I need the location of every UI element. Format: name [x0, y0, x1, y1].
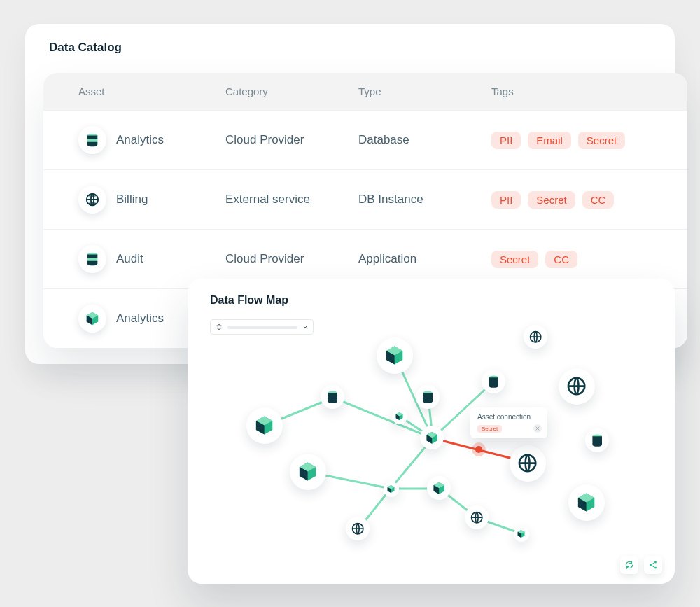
- flow-canvas[interactable]: Asset connection Secret: [188, 279, 675, 584]
- table-header-row: Asset Category Type Tags: [43, 73, 687, 110]
- flow-node[interactable]: [321, 385, 344, 409]
- cube-icon: [425, 431, 439, 445]
- data-flow-map-card: Data Flow Map: [188, 279, 675, 584]
- asset-category: External service: [225, 193, 358, 207]
- tag-chip[interactable]: Secret: [578, 132, 625, 149]
- asset-tags: PII Email Secret: [491, 132, 687, 149]
- database-icon: [421, 390, 435, 404]
- svg-point-23: [472, 442, 486, 456]
- asset-tags: Secret CC: [491, 251, 687, 268]
- column-header-asset[interactable]: Asset: [78, 85, 225, 97]
- flow-node[interactable]: [585, 428, 609, 452]
- globe-icon: [528, 330, 542, 344]
- tag-chip[interactable]: CC: [582, 191, 615, 209]
- database-icon: [486, 375, 500, 389]
- flow-node[interactable]: [416, 385, 440, 409]
- cube-icon: [395, 412, 404, 421]
- asset-name: Analytics: [116, 133, 164, 147]
- globe-icon: [351, 522, 365, 536]
- asset-category: Cloud Provider: [225, 133, 358, 147]
- globe-icon: [517, 452, 538, 474]
- database-icon: [590, 433, 604, 447]
- cube-icon: [575, 491, 597, 513]
- asset-name: Audit: [116, 252, 144, 266]
- asset-icon-badge: [78, 305, 106, 333]
- table-row[interactable]: Billing External service DB Instance PII…: [43, 169, 687, 229]
- share-button[interactable]: [644, 556, 662, 574]
- cube-icon: [386, 484, 396, 494]
- tag-chip[interactable]: Secret: [528, 191, 575, 209]
- globe-icon: [566, 375, 587, 397]
- catalog-title: Data Catalog: [25, 24, 675, 70]
- asset-type: Application: [358, 252, 491, 266]
- flow-node[interactable]: [514, 526, 529, 542]
- flow-node[interactable]: [246, 407, 283, 444]
- asset-icon-badge: [78, 126, 106, 154]
- tag-chip[interactable]: CC: [545, 251, 578, 268]
- tag-chip[interactable]: PII: [491, 191, 521, 209]
- asset-type: Database: [358, 133, 491, 147]
- cube-icon: [384, 344, 405, 366]
- tag-chip[interactable]: PII: [491, 132, 521, 149]
- cube-icon: [85, 311, 100, 326]
- popover-close-button[interactable]: [533, 424, 542, 433]
- share-icon: [648, 560, 658, 570]
- flow-node[interactable]: [559, 368, 595, 405]
- table-row[interactable]: Analytics Cloud Provider Database PII Em…: [43, 110, 687, 169]
- flow-node[interactable]: [427, 476, 451, 500]
- column-header-category[interactable]: Category: [225, 85, 358, 97]
- asset-category: Cloud Provider: [225, 252, 358, 266]
- flow-node[interactable]: [524, 325, 547, 349]
- database-icon: [85, 251, 100, 267]
- globe-icon: [85, 192, 100, 207]
- tag-chip[interactable]: Secret: [491, 251, 538, 268]
- flow-node[interactable]: [420, 426, 444, 449]
- asset-tags: PII Secret CC: [491, 191, 687, 209]
- close-icon: [536, 426, 540, 431]
- flow-node[interactable]: [290, 454, 326, 490]
- flow-node[interactable]: [392, 409, 407, 424]
- refresh-button[interactable]: [620, 556, 638, 574]
- asset-icon-badge: [78, 186, 106, 214]
- database-icon: [326, 390, 340, 404]
- flow-node[interactable]: [377, 337, 413, 374]
- flow-node[interactable]: [346, 517, 370, 540]
- globe-icon: [470, 510, 484, 524]
- popover-title: Asset connection: [477, 413, 540, 421]
- column-header-type[interactable]: Type: [358, 85, 491, 97]
- edge-popover: Asset connection Secret: [470, 407, 547, 438]
- flow-node[interactable]: [465, 505, 489, 529]
- cube-icon: [517, 529, 526, 538]
- asset-name: Billing: [116, 193, 148, 207]
- asset-type: DB Instance: [358, 193, 491, 207]
- cube-icon: [297, 461, 318, 482]
- asset-name: Analytics: [116, 312, 164, 326]
- database-icon: [85, 132, 100, 148]
- refresh-icon: [624, 560, 634, 570]
- cube-icon: [253, 414, 275, 436]
- popover-tag[interactable]: Secret: [477, 425, 502, 433]
- flow-actions: [620, 556, 662, 574]
- flow-node[interactable]: [568, 484, 605, 521]
- tag-chip[interactable]: Email: [528, 132, 571, 149]
- cube-icon: [432, 481, 446, 495]
- asset-icon-badge: [78, 245, 106, 273]
- flow-node[interactable]: [510, 445, 546, 482]
- column-header-tags[interactable]: Tags: [491, 85, 687, 97]
- flow-node[interactable]: [482, 370, 505, 393]
- flow-node[interactable]: [384, 482, 399, 497]
